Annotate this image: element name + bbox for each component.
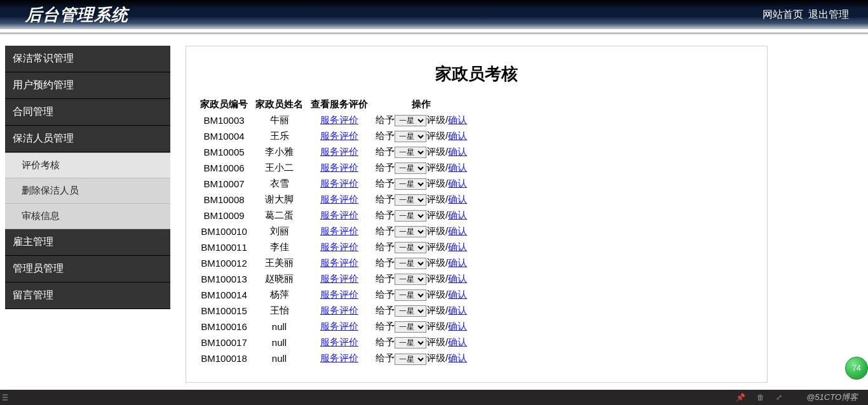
confirm-link[interactable]: 确认	[448, 162, 467, 173]
sidebar-sub-audit-info[interactable]: 审核信息	[5, 204, 170, 229]
sidebar-item-admin[interactable]: 管理员管理	[5, 256, 170, 282]
tool-expand-icon[interactable]: ⤢	[776, 393, 782, 402]
confirm-link[interactable]: 确认	[448, 241, 467, 252]
table-row: BM100013赵晓丽服务评价给予一星评级/确认	[196, 271, 471, 287]
sidebar-sub-delete-cleaner[interactable]: 删除保洁人员	[5, 178, 170, 204]
review-link[interactable]: 服务评价	[320, 178, 358, 189]
cell-op: 给予一星评级/确认	[372, 335, 471, 350]
review-link[interactable]: 服务评价	[320, 162, 358, 173]
review-link[interactable]: 服务评价	[320, 321, 358, 331]
tool-pin-icon[interactable]: 📌	[736, 393, 745, 402]
rating-select[interactable]: 一星	[395, 226, 426, 237]
cell-review: 服务评价	[307, 335, 372, 350]
rating-select[interactable]: 一星	[395, 289, 426, 301]
confirm-link[interactable]: 确认	[448, 305, 467, 315]
cell-review: 服务评价	[307, 287, 372, 303]
cell-id: BM100012	[196, 255, 252, 271]
review-link[interactable]: 服务评价	[320, 146, 358, 157]
rating-select[interactable]: 一星	[395, 242, 426, 253]
op-suffix: 评级/	[426, 241, 448, 252]
cell-review: 服务评价	[307, 303, 372, 319]
review-link[interactable]: 服务评价	[320, 352, 358, 363]
float-badge[interactable]: 74	[845, 357, 868, 380]
review-link[interactable]: 服务评价	[320, 114, 358, 125]
review-link[interactable]: 服务评价	[320, 225, 358, 236]
rating-select[interactable]: 一星	[395, 321, 426, 333]
op-prefix: 给予	[376, 114, 395, 125]
review-link[interactable]: 服务评价	[320, 194, 358, 204]
op-suffix: 评级/	[426, 273, 448, 284]
rating-select[interactable]: 一星	[395, 147, 426, 158]
review-link[interactable]: 服务评价	[320, 336, 358, 347]
cell-op: 给予一星评级/确认	[372, 176, 471, 192]
col-id: 家政员编号	[196, 96, 252, 112]
cell-id: BM10004	[196, 128, 252, 144]
rating-select[interactable]: 一星	[395, 337, 426, 349]
rating-select[interactable]: 一星	[395, 274, 426, 285]
sidebar-item-contract[interactable]: 合同管理	[5, 99, 170, 126]
cell-op: 给予一星评级/确认	[372, 208, 471, 223]
confirm-link[interactable]: 确认	[448, 194, 467, 204]
table-row: BM100012王美丽服务评价给予一星评级/确认	[196, 255, 471, 271]
review-link[interactable]: 服务评价	[320, 130, 358, 141]
cell-id: BM10003	[196, 112, 252, 128]
confirm-link[interactable]: 确认	[448, 321, 467, 331]
rating-select[interactable]: 一星	[395, 305, 426, 317]
cell-name: 牛丽	[252, 112, 307, 128]
table-header-row: 家政员编号 家政员姓名 查看服务评价 操作	[196, 96, 471, 112]
confirm-link[interactable]: 确认	[448, 225, 467, 236]
confirm-link[interactable]: 确认	[448, 209, 467, 220]
op-suffix: 评级/	[426, 194, 448, 204]
confirm-link[interactable]: 确认	[448, 336, 467, 347]
sidebar-item-user-booking[interactable]: 用户预约管理	[5, 72, 170, 99]
rating-select[interactable]: 一星	[395, 178, 426, 190]
link-logout[interactable]: 退出管理	[808, 9, 849, 20]
sidebar-item-employer[interactable]: 雇主管理	[5, 229, 170, 256]
review-link[interactable]: 服务评价	[320, 289, 358, 300]
rating-select[interactable]: 一星	[395, 354, 426, 365]
sidebar-item-cleaner-mgmt[interactable]: 保洁人员管理	[5, 126, 170, 152]
confirm-link[interactable]: 确认	[448, 257, 467, 268]
review-link[interactable]: 服务评价	[320, 209, 358, 220]
confirm-link[interactable]: 确认	[448, 352, 467, 363]
rating-select[interactable]: 一星	[395, 131, 426, 142]
op-suffix: 评级/	[426, 257, 448, 268]
rating-select[interactable]: 一星	[395, 163, 426, 174]
cell-review: 服务评价	[307, 192, 372, 208]
sidebar-item-cleaning-knowledge[interactable]: 保洁常识管理	[5, 46, 170, 72]
table-row: BM10007衣雪服务评价给予一星评级/确认	[196, 176, 471, 192]
cell-review: 服务评价	[307, 144, 372, 160]
cell-review: 服务评价	[307, 319, 372, 335]
table-row: BM100014杨萍服务评价给予一星评级/确认	[196, 287, 471, 303]
confirm-link[interactable]: 确认	[448, 178, 467, 189]
tool-trash-icon[interactable]: 🗑	[757, 393, 764, 402]
sidebar-sub-evaluation[interactable]: 评价考核	[5, 153, 170, 178]
cell-id: BM100011	[196, 239, 252, 255]
rating-select[interactable]: 一星	[395, 115, 426, 126]
confirm-link[interactable]: 确认	[448, 289, 467, 300]
link-home[interactable]: 网站首页	[763, 9, 803, 20]
rating-select[interactable]: 一星	[395, 210, 426, 222]
sidebar-item-message[interactable]: 留言管理	[5, 282, 170, 309]
op-prefix: 给予	[376, 273, 395, 284]
rating-select[interactable]: 一星	[395, 194, 426, 206]
table-row: BM10006王小二服务评价给予一星评级/确认	[196, 160, 471, 176]
table-row: BM100018null服务评价给予一星评级/确认	[196, 350, 471, 366]
evaluation-table: 家政员编号 家政员姓名 查看服务评价 操作 BM10003牛丽服务评价给予一星评…	[196, 96, 471, 367]
review-link[interactable]: 服务评价	[320, 241, 358, 252]
cell-review: 服务评价	[307, 350, 372, 366]
table-row: BM100011李佳服务评价给予一星评级/确认	[196, 239, 471, 255]
review-link[interactable]: 服务评价	[320, 305, 358, 315]
review-link[interactable]: 服务评价	[320, 257, 358, 268]
confirm-link[interactable]: 确认	[448, 130, 467, 141]
app-title: 后台管理系统	[25, 4, 128, 26]
confirm-link[interactable]: 确认	[448, 146, 467, 157]
confirm-link[interactable]: 确认	[448, 114, 467, 125]
sidebar-submenu-cleaner: 评价考核 删除保洁人员 审核信息	[5, 152, 170, 229]
review-link[interactable]: 服务评价	[320, 273, 358, 284]
cell-id: BM10007	[196, 176, 252, 192]
rating-select[interactable]: 一星	[395, 258, 426, 269]
cell-name: 杨萍	[252, 287, 307, 303]
confirm-link[interactable]: 确认	[448, 273, 467, 284]
op-prefix: 给予	[376, 241, 395, 252]
